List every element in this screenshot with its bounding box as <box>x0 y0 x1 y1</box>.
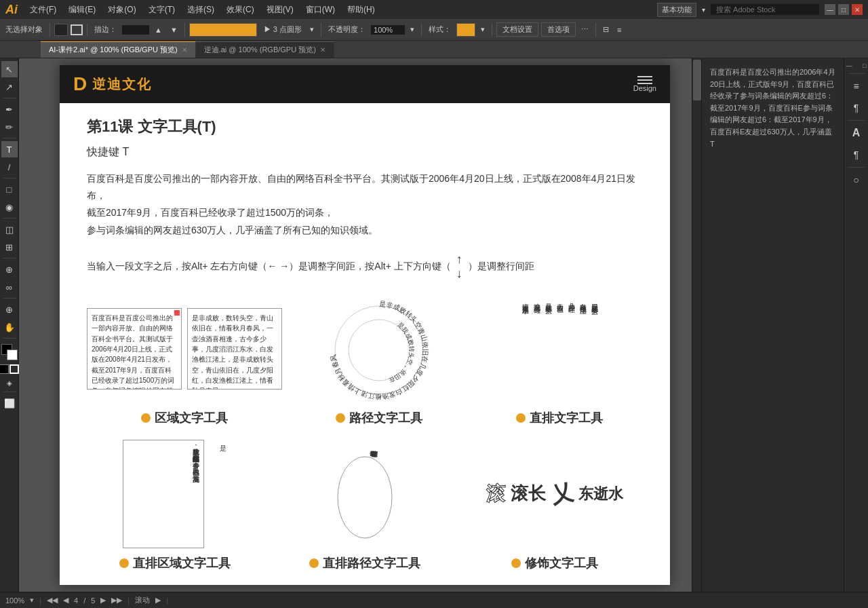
gradient-tool-button[interactable]: ◫ <box>1 221 18 238</box>
deco-text-dot <box>511 558 521 568</box>
menu-help[interactable]: 帮助(H) <box>342 3 380 17</box>
scrollbar-thumb[interactable] <box>693 60 701 100</box>
circle-panel-button[interactable]: ○ <box>847 170 866 189</box>
menu-object[interactable]: 对象(O) <box>102 3 141 17</box>
artboard-tool-button[interactable]: ⬜ <box>1 395 18 411</box>
doc-settings-button[interactable]: 文档设置 <box>496 22 538 37</box>
direct-select-button[interactable]: ↗ <box>1 79 18 95</box>
preferences-button[interactable]: 首选项 <box>541 22 576 37</box>
vert-area-content: 非成败转头空，青山依旧在几度夕阳红白发雄滔滔江东逝，古今多少事，依旧在春风，浪花… <box>123 440 227 548</box>
document-content: 第11课 文字工具(T) 快捷键 T 百度百科是百度公司推出的一部内容开放、自由… <box>60 103 670 585</box>
menu-effect[interactable]: 效果(C) <box>221 3 260 17</box>
arrange-icon[interactable]: ≡ <box>614 24 624 35</box>
select-tool-button[interactable]: ↖ <box>1 61 18 77</box>
color-mode-button[interactable]: □ <box>0 377 1 389</box>
hamburger-menu[interactable] <box>637 76 652 84</box>
workspace-mode[interactable]: 基本功能 <box>657 3 696 17</box>
path-text-dot <box>336 413 345 423</box>
tab-close-2[interactable]: ✕ <box>320 46 326 54</box>
paragraph-button[interactable]: ¶ <box>847 98 866 117</box>
toolbar: 无选择对象 描边： ▲ ▼ ▶ 3 点圆形 ▾ 不透明度： ▾ 样式： ▾ 文档… <box>0 19 868 41</box>
deco-char-4: 东逝水 <box>578 484 623 504</box>
next-button[interactable]: ▶ <box>100 596 106 605</box>
extra-btn[interactable]: ⋯ <box>578 24 591 35</box>
stroke-swatch[interactable] <box>71 24 83 35</box>
status-sep-1: | <box>39 596 41 605</box>
tools-demo-grid-bottom: 非成败转头空，青山依旧在几度夕阳红白发雄滔滔江东逝，古今多少事，依旧在春风，浪花… <box>87 440 643 571</box>
vertical-scrollbar[interactable] <box>692 58 701 592</box>
type-tool-button[interactable]: T <box>1 141 18 157</box>
prev-button[interactable]: ◀ <box>63 596 68 605</box>
opacity-input[interactable] <box>371 25 405 35</box>
type-panel-button[interactable]: A <box>847 124 866 142</box>
shape-tool-button[interactable]: □ <box>1 181 18 197</box>
tab-active[interactable]: AI-课件2.ai* @ 100% (RGB/GPU 预览) ✕ <box>41 41 196 58</box>
document-canvas: D 逆迪文化 Design 第11课 文字工具(T) 快捷键 T <box>60 65 670 585</box>
panels-toggle[interactable]: ⊟ <box>600 24 612 35</box>
vertical-area-visual: 非成败转头空，青山依旧在几度夕阳红白发雄滔滔江东逝，古今多少事，依旧在春风，浪花… <box>87 440 263 548</box>
play-button[interactable]: ▶ <box>155 596 161 605</box>
right-panel-content: 百度百科是百度公司推出的2006年4月20日上线，正式版年9月，百度百科已经收录… <box>705 61 841 155</box>
style-chevron-icon[interactable]: ▾ <box>307 24 317 35</box>
zoom-chevron[interactable]: ▾ <box>30 596 34 605</box>
maximize-button[interactable]: □ <box>838 4 849 15</box>
text-align-button[interactable]: ≡ <box>847 77 866 96</box>
prev-page-button[interactable]: ◀◀ <box>47 596 58 605</box>
menu-select[interactable]: 选择(S) <box>182 3 220 17</box>
close-button[interactable]: ✕ <box>852 4 863 15</box>
instruction-end: ）是调整行间距 <box>468 261 534 273</box>
vertical-path-svg: 当谱怎惜整水好 呢予枝出扯知拍 <box>311 440 419 548</box>
svg-point-4 <box>338 457 392 538</box>
vertical-path-dot <box>309 558 319 568</box>
gradient-swatch[interactable] <box>189 23 257 37</box>
char-panel-button[interactable]: ¶ <box>847 145 866 164</box>
fill-color[interactable] <box>0 364 9 374</box>
paint-tool-button[interactable]: ◉ <box>1 199 18 215</box>
header-right: Design <box>633 76 656 92</box>
line-tool-button[interactable]: / <box>1 159 18 175</box>
menu-window[interactable]: 窗口(W) <box>300 3 340 17</box>
gradient-mode-button[interactable]: ◈ <box>2 377 17 389</box>
style-swatch-chevron[interactable]: ▾ <box>478 24 488 35</box>
stroke-color[interactable] <box>9 364 19 374</box>
tool-sep-5 <box>3 258 16 259</box>
stroke-input[interactable] <box>122 25 149 35</box>
tab-close-1[interactable]: ✕ <box>182 46 187 54</box>
stroke-arrow-dn[interactable]: ▼ <box>167 24 180 35</box>
text-box-2: 是非成败，数转头空，青山依旧在，情看秋月春风，一壶浊酒喜相逢，古今多少事，几度滔… <box>187 308 282 390</box>
menu-view[interactable]: 视图(V) <box>261 3 299 17</box>
next-page-button[interactable]: ▶▶ <box>111 596 122 605</box>
point-style[interactable]: ▶ 3 点圆形 <box>261 23 304 36</box>
tab-2[interactable]: 逆迪.ai @ 100% (RGB/GPU 预览) ✕ <box>196 41 334 58</box>
menu-file[interactable]: 文件(F) <box>24 3 62 17</box>
eyedropper-button[interactable]: ⊕ <box>1 261 18 278</box>
area-text-content: 百度百科是百度公司推出的一部内容开放、自由的网络百科全书平台。其测试版于2006… <box>87 308 282 390</box>
scroll-info: 滚动 <box>135 595 150 605</box>
minimize-button[interactable]: — <box>825 4 835 15</box>
no-selection-label: 无选择对象 <box>3 23 45 36</box>
mesh-tool-button[interactable]: ⊞ <box>1 239 18 255</box>
deco-text-label-text: 修饰文字工具 <box>525 555 598 571</box>
vertical-text-visual: 滚滚长江东逝水 浪花淘尽英雄 是非成败转头空 青山依旧在 几度夕阳红 白发渔樵江… <box>476 294 643 403</box>
stroke-arrow-up[interactable]: ▲ <box>152 24 165 35</box>
menu-edit[interactable]: 编辑(E) <box>63 3 101 17</box>
blend-tool-button[interactable]: ∞ <box>1 279 18 295</box>
tab-label-1: AI-课件2.ai* @ 100% (RGB/GPU 预览) <box>49 45 178 55</box>
style-swatch[interactable] <box>456 23 475 37</box>
panel-minimize-icon[interactable]: — <box>846 62 852 69</box>
zoom-tool-button[interactable]: ⊕ <box>1 301 18 318</box>
panel-expand-icon[interactable]: □ <box>863 62 866 69</box>
vertical-text-dot <box>516 413 526 423</box>
area-text-dot <box>141 413 151 423</box>
stock-search-input[interactable] <box>711 4 819 15</box>
opacity-chevron-icon[interactable]: ▾ <box>408 24 417 35</box>
fill-swatch[interactable] <box>54 24 68 36</box>
toolbar-sep-5 <box>421 23 422 37</box>
pen-tool-button[interactable]: ✒ <box>1 101 18 117</box>
color-swatches[interactable] <box>1 344 18 360</box>
menu-type[interactable]: 文字(T) <box>143 3 180 17</box>
tab-label-2: 逆迪.ai @ 100% (RGB/GPU 预览) <box>204 45 316 55</box>
mode-chevron-icon[interactable]: ▾ <box>702 6 705 14</box>
hand-tool-button[interactable]: ✋ <box>1 319 18 335</box>
pencil-tool-button[interactable]: ✏ <box>1 119 18 135</box>
